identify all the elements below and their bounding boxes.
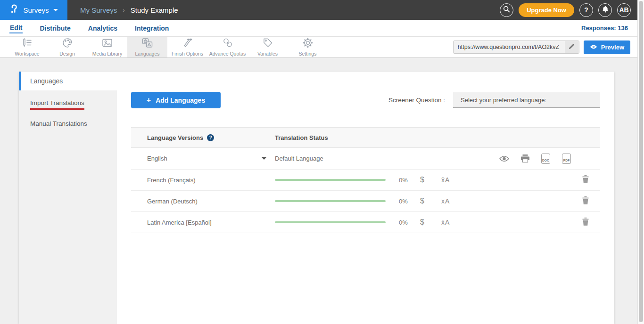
subnav-item-manual-translations[interactable]: Manual Translations: [19, 115, 117, 132]
languages-content: + Add Languages Screener Question : Sele…: [117, 90, 614, 324]
toolbar-item-advance-quotas[interactable]: Advance Quotas: [207, 37, 248, 57]
survey-nav-tabs: Edit Distribute Analytics Integration Re…: [0, 20, 637, 37]
settings-icon: [303, 38, 313, 50]
page-title: Languages: [30, 77, 63, 85]
survey-url-input[interactable]: [454, 44, 565, 50]
table-header-row: Language Versions ? Translation Status: [131, 127, 600, 148]
survey-url-group: Preview: [453, 37, 630, 57]
screener-question-group: Screener Question : Select your preferre…: [388, 92, 600, 108]
finish-options-icon: [182, 38, 193, 50]
questionpro-logo-icon: [9, 4, 19, 16]
screener-question-select[interactable]: Select your preferred language:: [453, 92, 600, 108]
breadcrumb-separator: ›: [123, 7, 124, 14]
breadcrumb-current: Study Example: [131, 6, 178, 14]
table-row-latin-america: Latin America [Español] 0% $ x̄A: [131, 212, 600, 233]
upgrade-now-button[interactable]: Upgrade Now: [519, 3, 574, 17]
product-name: Surveys: [23, 6, 49, 14]
toolbar-item-finish-options[interactable]: Finish Options: [167, 37, 207, 57]
eye-icon: [590, 44, 597, 51]
translation-progress-bar: [275, 221, 386, 223]
edit-url-button[interactable]: [565, 41, 579, 53]
progress-percent: 0%: [399, 219, 409, 226]
pencil-icon: [569, 43, 575, 51]
tab-distribute[interactable]: Distribute: [39, 24, 71, 33]
col-language-versions: Language Versions: [147, 134, 203, 141]
auto-translate-icon[interactable]: x̄A: [441, 197, 450, 205]
export-pdf-icon[interactable]: PDF: [562, 154, 571, 164]
breadcrumb-my-surveys[interactable]: My Surveys: [80, 6, 117, 14]
progress-percent: 0%: [399, 177, 409, 184]
table-row-french: French (Français) 0% $ x̄A: [131, 170, 600, 191]
avatar-initials: AB: [619, 6, 628, 14]
export-doc-icon[interactable]: DOC: [541, 154, 550, 164]
topbar-actions: Upgrade Now ? AB: [500, 3, 631, 17]
table-row-german: German (Deutsch) 0% $ x̄A: [131, 191, 600, 212]
delete-icon[interactable]: [582, 218, 589, 227]
active-section-indicator: [19, 72, 21, 90]
default-language-label: Default Language: [275, 155, 323, 162]
language-versions-table: Language Versions ? Translation Status E…: [131, 127, 600, 233]
chevron-down-icon[interactable]: [262, 157, 266, 160]
bell-icon: [602, 6, 609, 14]
tab-analytics[interactable]: Analytics: [88, 24, 118, 33]
view-icon[interactable]: [499, 155, 509, 162]
search-icon: [503, 6, 510, 14]
preview-button[interactable]: Preview: [584, 40, 630, 54]
paid-translation-icon[interactable]: $: [420, 218, 424, 227]
tab-edit[interactable]: Edit: [9, 23, 23, 33]
search-button[interactable]: [500, 3, 513, 17]
toolbar-item-variables[interactable]: Variables: [248, 37, 288, 57]
paid-translation-icon[interactable]: $: [420, 176, 424, 184]
paid-translation-icon[interactable]: $: [420, 197, 424, 205]
print-icon[interactable]: [521, 154, 529, 162]
toolbar-item-design[interactable]: Media Library Design: [47, 37, 87, 57]
design-icon: [62, 38, 73, 50]
delete-icon[interactable]: [582, 196, 589, 206]
toolbar-item-workspace[interactable]: Workspace: [7, 37, 47, 57]
tab-integration[interactable]: Integration: [134, 24, 169, 33]
languages-card: Languages Import Translations Manual Tra…: [19, 72, 614, 324]
toolbar-item-media-library[interactable]: Media Library: [87, 37, 127, 57]
table-row-english: English Default Language: [131, 148, 600, 170]
topbar: Surveys My Surveys › Study Example Upgra…: [0, 0, 637, 20]
scrollbar-thumb[interactable]: [639, 1, 643, 322]
language-versions-help-icon[interactable]: ?: [207, 134, 214, 141]
col-translation-status: Translation Status: [275, 134, 328, 141]
help-button[interactable]: ?: [579, 3, 593, 17]
screener-question-label: Screener Question :: [388, 97, 445, 104]
toolbar-item-settings[interactable]: Settings: [288, 37, 328, 57]
media-library-icon: [102, 38, 113, 50]
help-icon: ?: [584, 6, 588, 14]
plus-icon: +: [147, 96, 151, 105]
responses-count-link[interactable]: Responses: 136: [581, 24, 628, 32]
auto-translate-icon[interactable]: x̄A: [441, 176, 450, 184]
languages-icon: [142, 38, 153, 50]
card-header: Languages: [19, 72, 614, 90]
translation-progress-bar: [275, 200, 386, 202]
product-switcher[interactable]: Surveys: [0, 0, 67, 20]
language-select-value[interactable]: English: [147, 155, 167, 162]
page-background: Languages Import Translations Manual Tra…: [0, 58, 637, 324]
chevron-down-icon: [53, 9, 58, 11]
toolbar-item-languages[interactable]: Languages: [127, 37, 167, 57]
survey-url-box: [453, 40, 579, 54]
translation-progress-bar: [275, 179, 386, 181]
subnav-item-import-translations[interactable]: Import Translations: [19, 94, 117, 115]
add-languages-button[interactable]: + Add Languages: [131, 92, 221, 108]
variables-icon: [263, 38, 273, 50]
workspace-icon: [22, 38, 33, 50]
auto-translate-icon[interactable]: x̄A: [441, 219, 450, 226]
progress-percent: 0%: [399, 198, 409, 205]
languages-subnav: Import Translations Manual Translations: [19, 90, 117, 324]
avatar[interactable]: AB: [617, 3, 631, 17]
notifications-button[interactable]: [598, 3, 612, 17]
app-window: Surveys My Surveys › Study Example Upgra…: [0, 0, 637, 324]
edit-toolbar: Workspace Media Library Design Media Lib…: [0, 37, 637, 58]
delete-icon[interactable]: [582, 175, 589, 185]
advance-quotas-icon: [223, 38, 233, 50]
breadcrumb: My Surveys › Study Example: [80, 6, 178, 14]
scrollbar[interactable]: [637, 0, 644, 324]
